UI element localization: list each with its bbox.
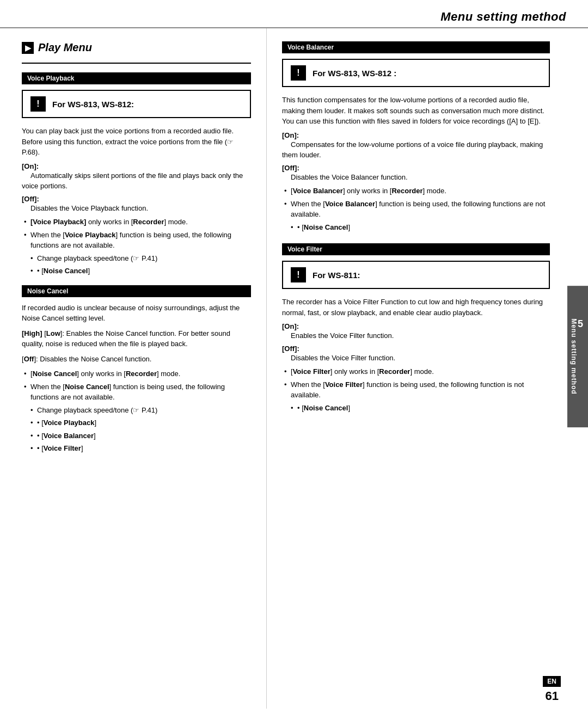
vf-on-label: [On]:	[282, 322, 299, 330]
vp-on-label: [On]:	[22, 162, 39, 170]
list-item: • [Voice Filter]	[22, 443, 251, 454]
voice-playback-section-bar: Voice Playback	[22, 72, 251, 84]
page-title: Menu setting method	[22, 10, 566, 24]
vp-off-label: [Off]:	[22, 195, 39, 203]
voice-balancer-bullets: [Voice Balancer] only works in [Recorder…	[282, 186, 550, 232]
list-item: Change playback speed/tone (☞ P.41)	[22, 253, 251, 264]
noise-cancel-high-low: [High] [Low]: Enables the Noise Cancel f…	[22, 328, 251, 349]
vf-on-desc: Enables the Voice Filter function.	[282, 331, 394, 340]
tab-number: 5	[578, 318, 584, 330]
list-item: [Voice Playback] only works in [Recorder…	[22, 217, 251, 228]
page-footer: EN 61	[543, 676, 561, 703]
voice-balancer-section-bar: Voice Balancer	[282, 41, 550, 53]
list-item: • [Voice Playback]	[22, 417, 251, 428]
list-item: When the [Voice Balancer] function is be…	[282, 199, 550, 220]
vb-off-desc: Disables the Voice Balancer function.	[282, 173, 408, 181]
en-badge: EN	[543, 676, 561, 687]
main-content: ▶ Play Menu Voice Playback ! For WS-813,…	[0, 28, 588, 709]
list-item: [Voice Balancer] only works in [Recorder…	[282, 186, 550, 196]
voice-filter-warning-box: ! For WS-811:	[282, 261, 550, 289]
play-menu-heading: ▶ Play Menu	[22, 41, 251, 54]
warning-icon-vb: !	[291, 65, 306, 81]
vp-on-desc: Automatically skips silent portions of t…	[22, 171, 243, 190]
vb-on-label: [On]:	[282, 131, 299, 139]
list-item: When the [Voice Playback] function is be…	[22, 230, 251, 251]
vb-off-block: [Off]: Disables the Voice Balancer funct…	[282, 164, 550, 183]
vf-off-block: [Off]: Disables the Voice Filter functio…	[282, 345, 550, 364]
vp-on-block: [On]: Automatically skips silent portion…	[22, 162, 251, 192]
voice-filter-bullets: [Voice Filter] only works in [Recorder] …	[282, 366, 550, 413]
voice-filter-section-bar: Voice Filter	[282, 243, 550, 255]
play-icon: ▶	[22, 42, 34, 54]
voice-playback-body: You can play back just the voice portion…	[22, 126, 251, 158]
warning-icon-vp: !	[30, 96, 46, 112]
vf-off-label: [Off]:	[282, 345, 299, 353]
vb-off-label: [Off]:	[282, 164, 299, 172]
left-column: ▶ Play Menu Voice Playback ! For WS-813,…	[0, 28, 267, 709]
noise-cancel-intro: If recorded audio is unclear because of …	[22, 303, 251, 324]
vb-on-block: [On]: Compensates for the low-volume por…	[282, 131, 550, 161]
list-item: Change playback speed/tone (☞ P.41)	[22, 405, 251, 416]
tab-label: Menu setting method	[570, 318, 578, 395]
list-item: When the [Noise Cancel] function is bein…	[22, 382, 251, 403]
page-number: 61	[543, 689, 561, 703]
list-item: [Noise Cancel] only works in [Recorder] …	[22, 368, 251, 379]
vb-on-desc: Compensates for the low-volume portions …	[282, 140, 543, 159]
list-item: • [Noise Cancel]	[282, 403, 550, 414]
list-item: When the [Voice Filter] function is bein…	[282, 379, 550, 401]
voice-balancer-body: This function compensates for the low-vo…	[282, 95, 550, 127]
voice-filter-body: The recorder has a Voice Filter Function…	[282, 297, 550, 318]
voice-filter-warning-title: For WS-811:	[313, 271, 360, 280]
list-item: • [Voice Balancer]	[22, 431, 251, 441]
list-item: • [Noise Cancel]	[282, 222, 550, 233]
warning-icon-vf: !	[291, 267, 306, 282]
vf-off-desc: Disables the Voice Filter function.	[282, 354, 395, 362]
page-header: Menu setting method	[0, 0, 588, 28]
vp-off-block: [Off]: Disables the Voice Playback funct…	[22, 195, 251, 214]
list-item: • [Noise Cancel]	[22, 266, 251, 276]
right-column: Voice Balancer ! For WS-813, WS-812 : Th…	[267, 28, 588, 709]
voice-playback-warning-title: For WS-813, WS-812:	[52, 100, 134, 109]
side-tab: 5 Menu setting method	[567, 286, 588, 427]
play-menu-title: Play Menu	[38, 41, 92, 54]
noise-cancel-off: [Off]: Disables the Noise Cancel functio…	[22, 354, 251, 365]
voice-balancer-warning-box: ! For WS-813, WS-812 :	[282, 59, 550, 87]
noise-cancel-section-bar: Noise Cancel	[22, 285, 251, 297]
list-item: [Voice Filter] only works in [Recorder] …	[282, 366, 550, 377]
noise-cancel-bullets: [Noise Cancel] only works in [Recorder] …	[22, 368, 251, 454]
vf-on-block: [On]: Enables the Voice Filter function.	[282, 322, 550, 341]
voice-playback-warning-box: ! For WS-813, WS-812:	[22, 90, 251, 118]
heading-divider	[22, 63, 251, 64]
vp-off-desc: Disables the Voice Playback function.	[22, 204, 148, 212]
voice-balancer-warning-title: For WS-813, WS-812 :	[313, 69, 396, 78]
voice-playback-bullets: [Voice Playback] only works in [Recorder…	[22, 217, 251, 276]
